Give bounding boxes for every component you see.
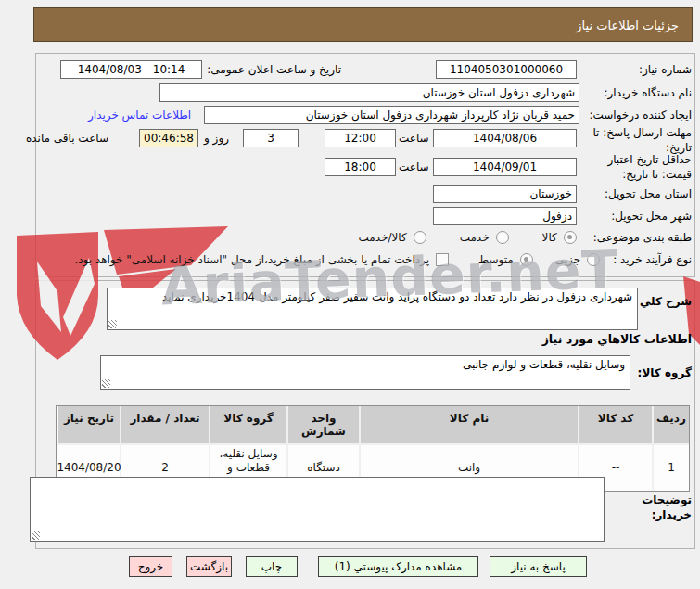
delivery-city-input[interactable] — [433, 207, 577, 225]
radio-goods-label: کالا — [542, 231, 557, 244]
price-validity-label: حداقل تاریخ اعتبار قیمت: تا تاریخ: — [582, 153, 692, 182]
buyer-org-input[interactable] — [159, 83, 579, 102]
reply-deadline-time-input[interactable] — [325, 129, 396, 147]
buyer-notes-textarea[interactable] — [30, 477, 605, 542]
page-title: جزئیات اطلاعات نیاز — [33, 7, 693, 42]
request-creator-label: ایجاد کننده درخواست: — [589, 109, 692, 122]
respond-to-need-button[interactable]: پاسخ به نیاز — [490, 556, 587, 577]
radio-goods-service-label: کالا/خدمت — [358, 231, 406, 244]
col-row-number: ردیف — [652, 406, 689, 443]
radio-goods-service[interactable] — [414, 231, 426, 244]
countdown-remaining-label: ساعت باقی مانده — [26, 132, 108, 145]
exit-button[interactable]: خروج — [129, 556, 172, 577]
countdown-days-word: روز و — [204, 132, 229, 145]
cell-row-number: 1 — [652, 445, 689, 491]
goods-group-textarea[interactable]: وسایل نقلیه، قطعات و لوازم جانبی — [100, 355, 630, 390]
countdown-days-input[interactable] — [243, 129, 299, 147]
delivery-city-label: شهر محل تحویل: — [611, 210, 692, 223]
process-type-label: نوع فرآیند خرید : — [613, 253, 692, 266]
view-attachments-button[interactable]: مشاهده مدارک پیوستي (1) — [318, 556, 478, 577]
need-description-textarea[interactable]: شهرداری دزفول در نظر دارد تعداد دو دستگا… — [107, 288, 638, 330]
goods-group-label: گروه کالا: — [638, 366, 692, 379]
need-details-page: جزئیات اطلاعات نیاز شماره نیاز: تاریخ و … — [0, 0, 700, 589]
treasury-checkbox[interactable] — [436, 253, 449, 266]
buyer-org-label: نام دستگاه خریدار: — [605, 86, 693, 99]
treasury-checkbox-label: پرداخت تمام یا بخشی از مبلغ خرید،از محل … — [74, 253, 429, 266]
radio-minor[interactable] — [587, 253, 600, 266]
reply-deadline-label: مهلت ارسال پاسخ: تا تاریخ: — [582, 126, 692, 155]
col-item-name: نام کالا — [359, 406, 578, 443]
radio-goods[interactable] — [564, 231, 577, 244]
reply-deadline-date-input[interactable] — [433, 129, 577, 147]
col-need-date: تاریخ نیاز — [58, 406, 120, 443]
reply-hour-label: ساعت — [399, 132, 429, 145]
price-validity-date-input[interactable] — [433, 158, 577, 176]
price-validity-time-input[interactable] — [325, 158, 396, 176]
need-number-input[interactable] — [436, 60, 577, 79]
delivery-province-input[interactable] — [433, 185, 577, 203]
print-button[interactable]: چاپ — [246, 556, 298, 577]
countdown-time-input[interactable] — [139, 129, 198, 147]
announce-datetime-label: تاریخ و ساعت اعلان عمومی: — [207, 63, 341, 76]
classification-label: طبقه بندی موضوعی: — [593, 231, 692, 244]
announce-datetime-input[interactable] — [60, 60, 202, 79]
need-number-label: شماره نیاز: — [639, 63, 692, 76]
radio-medium-label: متوسط — [478, 253, 514, 266]
col-item-code: کد کالا — [578, 406, 652, 443]
buyer-notes-label: توضیحات خریدار: — [632, 493, 692, 522]
col-unit: واحد شمارش — [286, 406, 359, 443]
buyer-contact-link[interactable]: اطلاعات تماس خریدار — [88, 109, 191, 122]
request-creator-input[interactable] — [204, 106, 579, 124]
radio-minor-label: جزیی — [555, 253, 580, 266]
col-group: گروه کالا — [209, 406, 286, 443]
back-button[interactable]: بازگشت — [186, 556, 232, 577]
radio-medium[interactable] — [520, 253, 533, 266]
radio-service[interactable] — [496, 231, 509, 244]
table-header-row: ردیف کد کالا نام کالا واحد شمارش گروه کا… — [57, 406, 689, 445]
delivery-province-label: استان محل تحویل: — [605, 187, 692, 200]
price-hour-label: ساعت — [399, 160, 429, 173]
radio-service-label: خدمت — [460, 231, 490, 244]
col-quantity: تعداد / مقدار — [120, 406, 209, 443]
items-section-title: اطلاعات کالاهاي مورد نیاز — [542, 332, 692, 346]
